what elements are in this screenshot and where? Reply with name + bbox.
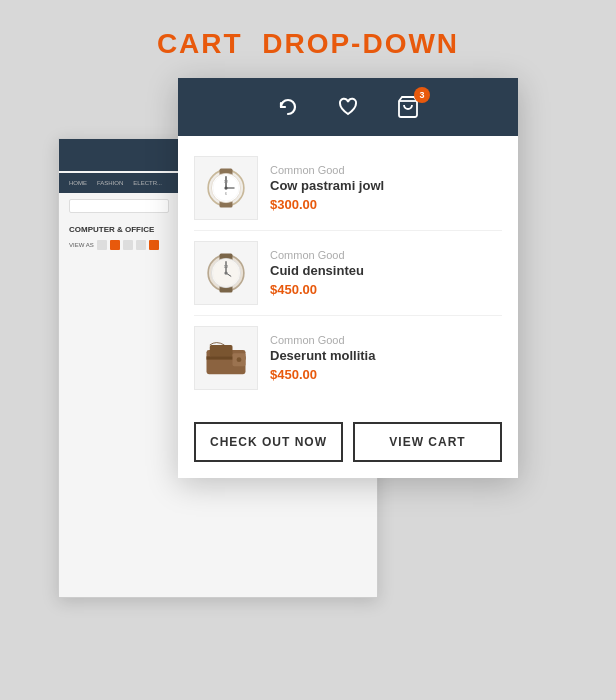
cart-item-price-2: $450.00 [270,282,502,297]
bg-viewas-btn5 [149,240,159,250]
cart-item-price-3: $450.00 [270,367,502,382]
heart-icon[interactable] [332,91,364,123]
cart-item-img-2: 12 [194,241,258,305]
cart-item-price-1: $300.00 [270,197,502,212]
refresh-icon[interactable] [272,91,304,123]
cart-item-brand-3: Common Good [270,334,502,346]
checkout-button[interactable]: CHECK OUT NOW [194,422,343,462]
cart-item-brand-2: Common Good [270,249,502,261]
cart-item-2: 12 Common Good Cuid densinteu $450.00 [194,231,502,316]
cart-item-3: Common Good Deserunt mollitia $450.00 [194,316,502,400]
cart-dropdown: 3 12 6 [178,78,518,478]
cart-item-img-3 [194,326,258,390]
viewcart-button[interactable]: VIEW CART [353,422,502,462]
bg-viewas-btn4 [136,240,146,250]
bg-search-box [69,199,169,213]
cart-item-info-1: Common Good Cow pastrami jowl $300.00 [270,164,502,212]
title-accent: DROP-DOWN [262,28,459,59]
cart-item-name-2: Cuid densinteu [270,263,502,278]
cart-item-name-1: Cow pastrami jowl [270,178,502,193]
bg-viewas-label: VIEW AS [69,242,94,248]
bg-viewas-btn3 [123,240,133,250]
bg-viewas-btn2 [110,240,120,250]
cart-dropdown-header: 3 [178,78,518,136]
cart-item-brand-1: Common Good [270,164,502,176]
svg-text:12: 12 [224,264,229,269]
svg-point-28 [224,186,227,189]
bg-nav-fashion: FASHION [97,180,123,186]
bg-nav-home: HOME [69,180,87,186]
svg-rect-41 [210,345,233,356]
cart-item-img-1: 12 6 [194,156,258,220]
main-wrapper: Track your order Hotline: (+84)985 432 1… [58,78,558,638]
bg-nav-electr: ELECTR... [133,180,162,186]
cart-actions: CHECK OUT NOW VIEW CART [178,410,518,478]
cart-bag-icon[interactable]: 3 [392,91,424,123]
svg-point-38 [224,271,227,274]
cart-item-info-2: Common Good Cuid densinteu $450.00 [270,249,502,297]
cart-item-name-3: Deserunt mollitia [270,348,502,363]
page-title: CART DROP-DOWN [157,28,459,60]
title-plain: CART [157,28,243,59]
cart-item-1: 12 6 Common Good Cow pastrami jowl $300.… [194,146,502,231]
cart-item-info-3: Common Good Deserunt mollitia $450.00 [270,334,502,382]
svg-point-44 [237,357,242,362]
cart-badge: 3 [414,87,430,103]
svg-text:12: 12 [224,179,229,184]
bg-viewas-btn1 [97,240,107,250]
cart-items-list: 12 6 Common Good Cow pastrami jowl $300.… [178,136,518,410]
